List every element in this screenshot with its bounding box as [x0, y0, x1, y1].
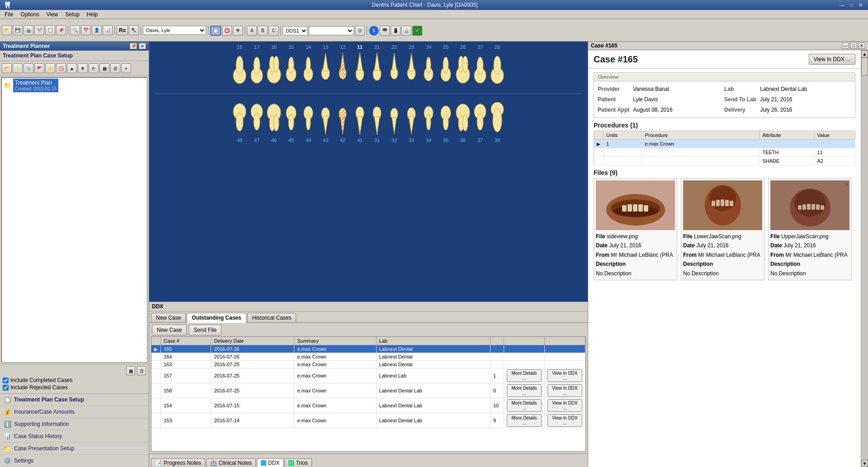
bottom-tab-ddx[interactable]: DDX	[257, 458, 283, 467]
cell-view-ddx[interactable]	[545, 345, 585, 353]
nav-item-treatment-plan[interactable]: 📋 Treatment Plan Case Setup	[0, 394, 149, 406]
tooth-num-33[interactable]: 33	[403, 137, 420, 143]
left-toolbar-open[interactable]: 📂	[2, 63, 12, 73]
tooth-num-38[interactable]: 38	[489, 137, 506, 143]
ddx-table-row[interactable]: ▶ 165 2016-07-26 e.max Crown Labnext Den…	[151, 345, 585, 353]
toolbar-btn-ddx2[interactable]: 📱	[391, 26, 401, 36]
tab-historical[interactable]: Historical Cases	[247, 313, 297, 322]
cell-more-details[interactable]: More Details ...	[504, 368, 545, 383]
left-toolbar-block[interactable]: 🚫	[56, 63, 66, 73]
tooth-18-svg[interactable]	[231, 51, 248, 87]
case-panel-close[interactable]: ✕	[858, 42, 865, 49]
left-toolbar-new[interactable]: ✨	[13, 63, 23, 73]
nav-item-case-status[interactable]: 📊 Case Status History	[0, 430, 149, 443]
patient-selector[interactable]: Davis, Lyle	[143, 26, 206, 35]
tooth-num-48[interactable]: 48	[231, 137, 248, 143]
toolbar-btn-9[interactable]: 👤	[92, 25, 102, 35]
ddx-table-row[interactable]: 153 2016-07-14 e.max Crown Labnext Denta…	[151, 413, 585, 428]
tooth-num-14[interactable]: 14	[300, 44, 317, 50]
tab-new-case[interactable]: New Case	[151, 313, 186, 322]
file-thumb-3[interactable]	[770, 180, 849, 230]
toolbar-btn-ddx3[interactable]: 🔬	[401, 26, 411, 36]
tooth-48-svg[interactable]	[231, 100, 248, 137]
toolbar-btn-a[interactable]: A	[247, 26, 257, 36]
cell-more-details[interactable]	[504, 361, 545, 368]
cell-view-ddx[interactable]: View In DDX ...	[545, 398, 585, 413]
nav-item-supporting[interactable]: ℹ️ Supporting Information	[0, 418, 149, 430]
tooth-31-svg[interactable]	[368, 100, 386, 137]
menu-item-file[interactable]: File	[2, 10, 16, 19]
tooth-13-svg[interactable]	[317, 51, 334, 87]
tooth-num-32[interactable]: 32	[386, 137, 403, 143]
panel-close-btn[interactable]: ✕	[139, 43, 146, 49]
tooth-21-svg[interactable]	[368, 51, 386, 87]
tooth-num-22[interactable]: 22	[386, 44, 403, 50]
proc-table-row[interactable]: SHADE A2	[594, 157, 855, 165]
view-in-ddx-row-btn[interactable]: View In DDX ...	[547, 399, 582, 412]
cell-view-ddx[interactable]	[545, 353, 585, 361]
cell-more-details[interactable]	[504, 353, 545, 361]
scroll-down-btn[interactable]: ▼	[861, 460, 868, 467]
scroll-thumb[interactable]	[861, 57, 868, 75]
case-panel-minimize[interactable]: —	[842, 42, 849, 49]
tooth-num-37[interactable]: 37	[472, 137, 489, 143]
tooth-num-21[interactable]: 21	[368, 44, 386, 50]
cell-more-details[interactable]: More Details ...	[504, 398, 545, 413]
tooth-28-svg[interactable]	[489, 51, 506, 87]
checkbox-btn-2[interactable]: ☰	[137, 366, 146, 375]
more-details-btn[interactable]: More Details ...	[507, 399, 542, 412]
tooth-num-45[interactable]: 45	[283, 137, 300, 143]
tooth-43-svg[interactable]	[317, 100, 334, 137]
view-in-ddx-row-btn[interactable]: View In DDX ...	[547, 414, 582, 427]
left-toolbar-flag[interactable]: 🚩	[34, 63, 44, 73]
left-toolbar-copy[interactable]: ⎘	[89, 63, 99, 73]
left-toolbar-attach[interactable]: 📎	[24, 63, 33, 73]
tooth-32-svg[interactable]	[386, 100, 403, 137]
cell-more-details[interactable]: More Details ...	[504, 413, 545, 428]
tooth-11-svg[interactable]	[351, 51, 368, 87]
tooth-num-26[interactable]: 26	[454, 44, 472, 50]
tooth-26-svg[interactable]	[454, 51, 472, 87]
left-toolbar-star[interactable]: ⭐	[45, 63, 55, 73]
menu-item-options[interactable]: Options	[18, 10, 42, 19]
view-in-ddx-row-btn[interactable]: View In DDX ...	[547, 384, 582, 397]
menu-item-setup[interactable]: Setup	[63, 10, 82, 19]
bottom-tab-progress-notes[interactable]: 📝 Progress Notes	[151, 458, 205, 467]
ddx-table-row[interactable]: 154 2016-07-15 e.max Crown Labnext Denta…	[151, 398, 585, 413]
tooth-num-36[interactable]: 36	[454, 137, 472, 143]
col-delivery[interactable]: Delivery Date	[211, 337, 294, 345]
tooth-num-16[interactable]: 16	[265, 44, 283, 50]
left-toolbar-down[interactable]: ▼	[78, 63, 88, 73]
tooth-num-42[interactable]: 42	[334, 137, 351, 143]
cell-view-ddx[interactable]: View In DDX ...	[545, 413, 585, 428]
tooth-44-svg[interactable]	[300, 100, 317, 137]
tooth-num-44[interactable]: 44	[300, 137, 317, 143]
toolbar-btn-4[interactable]: ✂️	[34, 25, 44, 35]
tooth-num-18[interactable]: 18	[231, 44, 248, 50]
cell-view-ddx[interactable]: View In DDX ...	[545, 383, 585, 398]
tooth-46-svg[interactable]	[265, 100, 283, 137]
nav-item-case-presentation[interactable]: 📁 Case Presentation Setup	[0, 443, 149, 455]
tooth-num-47[interactable]: 47	[248, 137, 265, 143]
tree-root-folder[interactable]: 📁 Treatment Plan Created: 2015-01-15	[2, 78, 147, 93]
toolbar-btn-8[interactable]: 📅	[81, 25, 91, 35]
maximize-button[interactable]: □	[847, 1, 855, 9]
close-button[interactable]: ✕	[856, 1, 864, 9]
tooth-25-svg[interactable]	[437, 51, 454, 87]
tooth-33-svg[interactable]	[403, 100, 420, 137]
toolbar-btn-12[interactable]: ✒️	[129, 25, 139, 35]
include-completed-checkbox[interactable]	[3, 377, 9, 383]
tooth-14-svg[interactable]	[300, 51, 317, 87]
toolbar-head-btn[interactable]: 👁️	[233, 26, 243, 36]
view-in-ddx-btn[interactable]: View In DDX ...	[809, 54, 855, 65]
tooth-num-25[interactable]: 25	[437, 44, 454, 50]
checkbox-btn-1[interactable]: ▦	[126, 366, 135, 375]
toolbar-btn-c[interactable]: C	[269, 26, 278, 36]
tooth-12-svg[interactable]	[334, 51, 351, 87]
tooth-num-35[interactable]: 35	[437, 137, 454, 143]
col-case-num[interactable]: Case #	[161, 337, 211, 345]
toolbar-btn-ddx1[interactable]: 🖥️	[380, 26, 390, 36]
left-toolbar-up[interactable]: ▲	[67, 63, 77, 73]
tooth-17-svg[interactable]	[248, 51, 265, 87]
nav-item-insurance[interactable]: 💰 Insurance/Case Amounts	[0, 406, 149, 418]
